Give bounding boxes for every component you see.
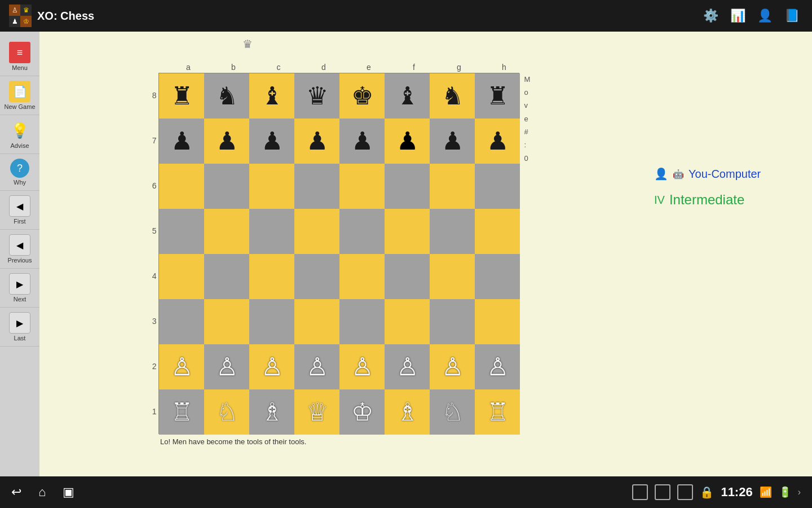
sidebar-item-previous[interactable]: ◀ Previous <box>0 230 39 269</box>
cell-f8[interactable]: ♝ <box>385 73 430 119</box>
cell-c2[interactable]: ♙ <box>249 344 294 389</box>
cell-d6[interactable] <box>294 164 339 209</box>
cell-d7[interactable]: ♟ <box>294 119 339 164</box>
cell-b1[interactable]: ♘ <box>204 389 249 435</box>
sidebar-item-first[interactable]: ◀ First <box>0 191 39 230</box>
bottom-bar: ↩ ⌂ ▣ 🔒 11:26 📶 🔋 › <box>0 476 812 508</box>
cell-d3[interactable] <box>294 299 339 344</box>
cell-g7[interactable]: ♟ <box>430 119 475 164</box>
cell-a8[interactable]: ♜ <box>159 73 204 119</box>
recents-button[interactable]: ▣ <box>63 485 74 500</box>
cell-b5[interactable] <box>204 209 249 254</box>
cell-e3[interactable] <box>339 299 385 344</box>
cell-e4[interactable] <box>339 254 385 299</box>
file-a: a <box>166 63 211 72</box>
cell-a6[interactable] <box>159 164 204 209</box>
rank-7: 7 <box>152 118 157 163</box>
board-with-labels: 8 7 6 5 4 3 2 1 ♜ ♞ ♝ ♛ ♚ ♝ ♞ ♜ <box>152 73 531 434</box>
cell-d8[interactable]: ♛ <box>294 73 339 119</box>
sidebar-item-advise[interactable]: 💡 Advise <box>0 115 39 154</box>
cell-h2[interactable]: ♙ <box>475 344 520 389</box>
cell-b2[interactable]: ♙ <box>204 344 249 389</box>
cell-g1[interactable]: ♘ <box>430 389 475 435</box>
cell-b8[interactable]: ♞ <box>204 73 249 119</box>
move-m: M <box>524 73 530 86</box>
cell-h8[interactable]: ♜ <box>475 73 520 119</box>
cell-g3[interactable] <box>430 299 475 344</box>
cell-a4[interactable] <box>159 254 204 299</box>
cell-e5[interactable] <box>339 209 385 254</box>
rank-2: 2 <box>152 344 157 389</box>
last-icon: ▶ <box>9 312 30 334</box>
cell-a5[interactable] <box>159 209 204 254</box>
sidebar-item-why[interactable]: ? Why <box>0 154 39 191</box>
cell-e1[interactable]: ♔ <box>339 389 385 435</box>
home-button[interactable]: ⌂ <box>38 485 46 500</box>
profile-icon[interactable]: 👤 <box>753 5 776 27</box>
advise-label: Advise <box>10 142 29 149</box>
move-e: e <box>524 112 530 125</box>
sidebar-item-last[interactable]: ▶ Last <box>0 308 39 347</box>
cell-h3[interactable] <box>475 299 520 344</box>
cell-a7[interactable]: ♟ <box>159 119 204 164</box>
sidebar-item-new-game[interactable]: 📄 New Game <box>0 76 39 115</box>
level-roman: IV <box>654 194 665 207</box>
cell-a1[interactable]: ♖ <box>159 389 204 435</box>
back-button[interactable]: ↩ <box>11 485 21 500</box>
chess-board[interactable]: ♜ ♞ ♝ ♛ ♚ ♝ ♞ ♜ ♟ ♟ ♟ ♟ ♟ ♟ ♟ ♟ <box>158 73 519 434</box>
stats-icon[interactable]: 📊 <box>726 5 749 27</box>
cell-a3[interactable] <box>159 299 204 344</box>
cell-e8[interactable]: ♚ <box>339 73 385 119</box>
previous-icon: ◀ <box>9 234 30 256</box>
cell-b6[interactable] <box>204 164 249 209</box>
cell-c1[interactable]: ♗ <box>249 389 294 435</box>
settings-icon[interactable]: ⚙️ <box>699 5 722 27</box>
cell-g4[interactable] <box>430 254 475 299</box>
cell-e6[interactable] <box>339 164 385 209</box>
clock: 11:26 <box>721 485 752 500</box>
cell-a2[interactable]: ♙ <box>159 344 204 389</box>
cell-b4[interactable] <box>204 254 249 299</box>
cell-h4[interactable] <box>475 254 520 299</box>
cell-f4[interactable] <box>385 254 430 299</box>
cell-e2[interactable]: ♙ <box>339 344 385 389</box>
cell-b7[interactable]: ♟ <box>204 119 249 164</box>
cell-c4[interactable] <box>249 254 294 299</box>
cell-f2[interactable]: ♙ <box>385 344 430 389</box>
cell-h7[interactable]: ♟ <box>475 119 520 164</box>
cell-d2[interactable]: ♙ <box>294 344 339 389</box>
level-info: IV Intermediate <box>654 192 744 208</box>
cell-d4[interactable] <box>294 254 339 299</box>
cell-h6[interactable] <box>475 164 520 209</box>
file-labels: a b c d e f g h <box>166 63 527 72</box>
cell-f5[interactable] <box>385 209 430 254</box>
cell-e7[interactable]: ♟ <box>339 119 385 164</box>
cell-f6[interactable] <box>385 164 430 209</box>
cell-f3[interactable] <box>385 299 430 344</box>
cell-b3[interactable] <box>204 299 249 344</box>
cell-c8[interactable]: ♝ <box>249 73 294 119</box>
cell-d5[interactable] <box>294 209 339 254</box>
sidebar-item-next[interactable]: ▶ Next <box>0 269 39 308</box>
cell-c6[interactable] <box>249 164 294 209</box>
cell-g8[interactable]: ♞ <box>430 73 475 119</box>
expand-icon[interactable]: › <box>798 487 801 497</box>
rank-4: 4 <box>152 253 157 299</box>
cell-c7[interactable]: ♟ <box>249 119 294 164</box>
cell-d1[interactable]: ♕ <box>294 389 339 435</box>
cell-c5[interactable] <box>249 209 294 254</box>
cell-f7[interactable]: ♟ <box>385 119 430 164</box>
cell-c3[interactable] <box>249 299 294 344</box>
cell-h1[interactable]: ♖ <box>475 389 520 435</box>
cell-g2[interactable]: ♙ <box>430 344 475 389</box>
book-icon[interactable]: 📘 <box>780 5 803 27</box>
app-icon-bl: ♟ <box>9 16 20 27</box>
menu-icon: ≡ <box>9 42 30 63</box>
sidebar-item-menu[interactable]: ≡ Menu <box>0 37 39 76</box>
cell-h5[interactable] <box>475 209 520 254</box>
app-icon-tr: ♛ <box>20 5 32 16</box>
board-area: ♛ a b c d e f g h 8 7 6 5 4 3 2 1 <box>39 32 643 476</box>
cell-f1[interactable]: ♗ <box>385 389 430 435</box>
cell-g6[interactable] <box>430 164 475 209</box>
cell-g5[interactable] <box>430 209 475 254</box>
